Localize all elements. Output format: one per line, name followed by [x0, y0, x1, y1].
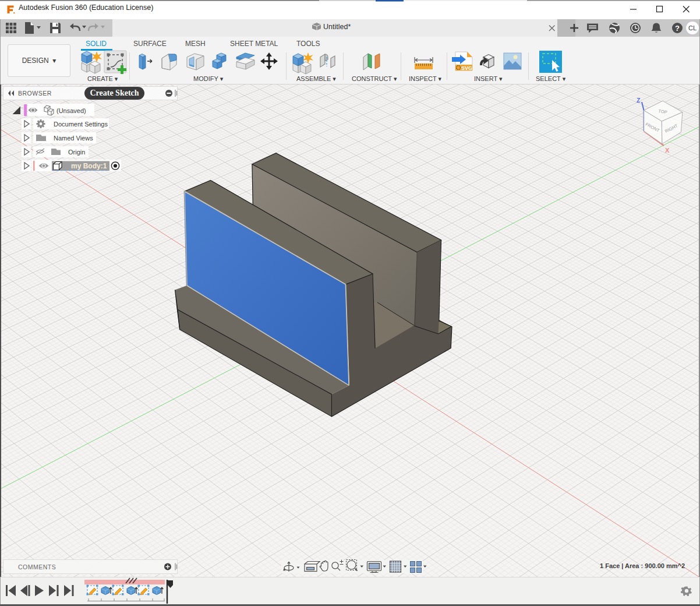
svg-text:Document Settings: Document Settings	[54, 121, 108, 128]
svg-text:X: X	[665, 147, 670, 154]
svg-text:Z: Z	[637, 97, 641, 104]
svg-text:SVG: SVG	[461, 65, 472, 71]
svg-text:COMMENTS: COMMENTS	[18, 563, 56, 570]
svg-text:Untitled*: Untitled*	[323, 23, 351, 31]
svg-text:Named Views: Named Views	[54, 135, 93, 142]
svg-text:Origin: Origin	[68, 149, 85, 156]
svg-text:(Unsaved): (Unsaved)	[56, 107, 86, 114]
svg-text:my Body:1: my Body:1	[71, 162, 107, 170]
svg-text:CL: CL	[688, 24, 697, 31]
svg-text:?: ?	[675, 24, 680, 33]
